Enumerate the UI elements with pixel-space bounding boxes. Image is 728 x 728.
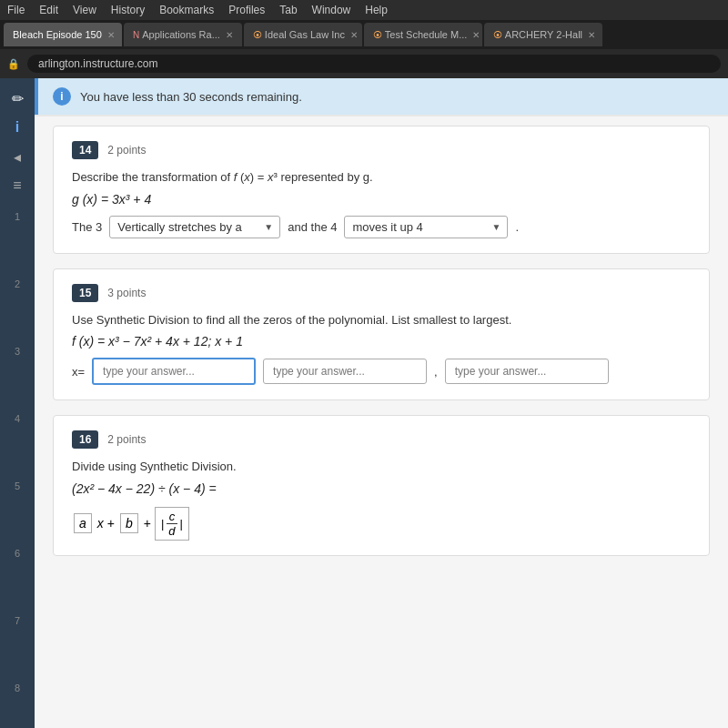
menu-bookmarks[interactable]: Bookmarks (159, 4, 214, 16)
answer-period: . (515, 220, 519, 234)
questions-area: 14 2 points Describe the transformation … (35, 116, 728, 728)
question-15-number: 15 (72, 284, 98, 302)
question-16-points: 2 points (107, 433, 146, 446)
tab-bar: Bleach Episode 150 ✕ N Applications Ra..… (0, 20, 728, 49)
answer-input-1[interactable] (92, 358, 256, 385)
tab-archery[interactable]: ⦿ ARCHERY 2-Hall ✕ (484, 23, 602, 46)
menu-history[interactable]: History (111, 4, 145, 16)
sidebar-numbers: 1 2 3 4 5 6 7 8 (15, 211, 20, 693)
sidebar: ✏ i ◂ ≡ 1 2 3 4 5 6 7 8 (0, 78, 35, 728)
tab-close-archery[interactable]: ✕ (588, 30, 595, 40)
main-content: i You have less than 30 seconds remainin… (35, 78, 728, 728)
menu-edit[interactable]: Edit (39, 4, 58, 16)
question-14-header: 14 2 points (72, 141, 691, 159)
question-14-formula: g (x) = 3x³ + 4 (72, 192, 691, 207)
tab-applications[interactable]: N Applications Ra... ✕ (124, 23, 242, 46)
alert-banner: i You have less than 30 seconds remainin… (35, 78, 728, 115)
tab-idealgas[interactable]: ⦿ Ideal Gas Law Inc ✕ (244, 23, 362, 46)
address-bar: 🔒 arlington.instructure.com (0, 49, 728, 78)
question-15-block: 15 3 points Use Synthetic Division to fi… (53, 268, 710, 401)
menu-profiles[interactable]: Profiles (228, 4, 265, 16)
dropdown1-select[interactable]: Vertically stretches by a Vertically com… (109, 216, 280, 238)
lock-icon: 🔒 (7, 58, 20, 70)
tab-close-test[interactable]: ✕ (472, 30, 480, 40)
dropdown2-select[interactable]: moves it up 4 moves it down 4 moves it l… (344, 216, 508, 238)
question-14-points: 2 points (107, 144, 146, 157)
answer-prefix: The 3 (72, 220, 102, 234)
question-15-header: 15 3 points (72, 284, 691, 302)
sidebar-pencil[interactable]: ✏ (4, 86, 31, 111)
menu-help[interactable]: Help (365, 4, 388, 16)
answer-middle: and the 4 (288, 220, 337, 234)
menu-view[interactable]: View (73, 4, 96, 16)
question-16-formula: (2x² − 4x − 22) ÷ (x − 4) = (72, 481, 691, 496)
question-15-points: 3 points (107, 287, 146, 299)
address-input[interactable]: arlington.instructure.com (27, 55, 721, 73)
question-16-block: 16 2 points Divide using Synthetic Divis… (53, 415, 710, 556)
fraction-display: | c d | (155, 507, 189, 541)
menu-window[interactable]: Window (312, 4, 351, 16)
question-15-description: Use Synthetic Division to find all the z… (72, 311, 691, 329)
menu-file[interactable]: File (7, 4, 25, 16)
question-14-description: Describe the transformation of f (x) = x… (72, 168, 691, 187)
tab-close-apps[interactable]: ✕ (226, 30, 233, 40)
tab-close-bleach[interactable]: ✕ (107, 30, 115, 40)
tab-close-gas[interactable]: ✕ (350, 30, 358, 40)
question-16-number: 16 (72, 430, 98, 449)
question-15-formula: f (x) = x³ − 7x² + 4x + 12; x + 1 (72, 334, 691, 349)
question-16-header: 16 2 points (72, 430, 691, 449)
question-14-answer-row: The 3 Vertically stretches by a Vertical… (72, 216, 691, 238)
tab-test[interactable]: ⦿ Test Schedule M... ✕ (364, 23, 482, 46)
bracket-a: a (74, 513, 92, 533)
x-label: x= (72, 365, 85, 379)
question-16-answer-format: a x + b + | c d | (72, 507, 691, 541)
question-15-inputs-row: x= , (72, 358, 691, 385)
question-16-description: Divide using Synthetic Division. (72, 458, 691, 476)
sidebar-lines[interactable]: ≡ (4, 173, 31, 198)
alert-message: You have less than 30 seconds remaining. (80, 90, 302, 104)
page-wrapper: ✏ i ◂ ≡ 1 2 3 4 5 6 7 8 i You have less … (0, 78, 728, 728)
sidebar-info[interactable]: i (4, 115, 31, 140)
browser-chrome: File Edit View History Bookmarks Profile… (0, 0, 728, 78)
comma-separator: , (434, 365, 438, 379)
question-14-block: 14 2 points Describe the transformation … (53, 126, 710, 254)
answer-input-3[interactable] (445, 359, 609, 384)
dropdown2-wrapper: moves it up 4 moves it down 4 moves it l… (344, 216, 508, 238)
sidebar-arrow-left[interactable]: ◂ (4, 144, 31, 169)
answer-input-2[interactable] (263, 359, 427, 384)
menu-bar: File Edit View History Bookmarks Profile… (0, 0, 728, 20)
question-14-number: 14 (72, 141, 98, 159)
alert-icon: i (53, 87, 71, 106)
bracket-b: b (120, 513, 138, 533)
tab-bleach[interactable]: Bleach Episode 150 ✕ (4, 23, 122, 46)
menu-tab[interactable]: Tab (279, 4, 297, 16)
dropdown1-wrapper: Vertically stretches by a Vertically com… (109, 216, 280, 238)
